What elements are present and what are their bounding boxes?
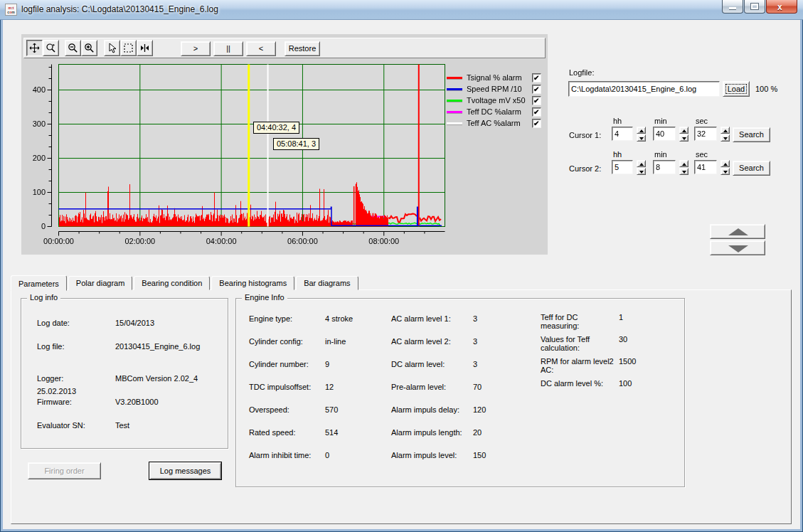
tdc-impulsoffset-row: TDC impulsoffset:12 (249, 383, 353, 405)
cursor1-hh-up-button[interactable] (637, 127, 646, 134)
cursor1-min-up-button[interactable] (679, 127, 688, 134)
cursor1-sec-down-button[interactable] (720, 134, 730, 142)
pan-tool-button[interactable] (26, 40, 43, 56)
cursor2-hh-down-button[interactable] (637, 168, 646, 175)
scroll-up-button[interactable] (710, 224, 765, 239)
ac-alarm-level2-row: AC alarm level 2:3 (391, 337, 486, 360)
tvoltage-color-swatch (447, 100, 462, 102)
cursor2-search-button[interactable]: Search (733, 161, 770, 176)
tab-polar-diagram[interactable]: Polar diagram (68, 276, 132, 290)
cursor1-sec-up-button[interactable] (720, 127, 730, 134)
step-forward-button[interactable]: > (181, 41, 211, 56)
ac-alarm-level1-row: AC alarm level 1:3 (391, 314, 486, 337)
scroll-down-button[interactable] (710, 240, 765, 255)
zoom-in-tool-button[interactable] (81, 40, 97, 56)
check-icon: ✔ (533, 97, 539, 105)
tvoltage-visibility-checkbox[interactable]: ✔ (532, 96, 541, 105)
chart-toolbar: > || < Restore (23, 38, 546, 58)
logfile-path-input[interactable] (568, 81, 720, 97)
maximize-icon (751, 4, 758, 9)
zoom-out-tool-button[interactable] (65, 40, 81, 56)
cursor2-sec-down-button[interactable] (720, 168, 730, 175)
cursor1-min-input[interactable] (653, 127, 676, 141)
minimize-button[interactable] (722, 0, 743, 14)
dc-alarm-level-row: DC alarm level:3 (391, 360, 486, 383)
check-icon: ✔ (533, 74, 539, 82)
alarm-impuls-length-row: Alarm impuls length:20 (391, 428, 486, 451)
down-arrow-icon (639, 171, 644, 174)
zoom-out-icon (68, 43, 78, 53)
teff-ac-visibility-checkbox[interactable]: ✔ (532, 119, 541, 128)
chart-panel: > || < Restore 04:40:32, 4 05:08:41, 3 T… (21, 34, 548, 255)
cursor2-label: Cursor 2: (569, 164, 601, 173)
down-arrow-icon (728, 245, 748, 252)
cursor-pair-tool-button[interactable] (137, 40, 153, 56)
rpm-for-alarm-row: RPM for alarm level2 AC:1500 (541, 357, 669, 374)
logfile-label: Logfile: (569, 68, 594, 77)
teff-dc-visibility-checkbox[interactable]: ✔ (532, 107, 541, 117)
cursor2-hh-input[interactable] (612, 160, 633, 174)
cursor2-min-up-button[interactable] (679, 160, 688, 167)
up-arrow-icon (728, 228, 748, 235)
tsignal-visibility-checkbox[interactable]: ✔ (532, 73, 541, 83)
cursor1-sec-input[interactable] (694, 127, 717, 141)
down-arrow-icon (723, 171, 728, 174)
cursor2-sec-label: sec (696, 150, 708, 159)
tab-bearing-histograms[interactable]: Bearing histograms (211, 276, 294, 290)
app-window: m:tcom logfile analysis: C:\Logdata\2013… (0, 0, 803, 532)
alarm-impuls-delay-row: Alarm impuls delay:120 (391, 405, 486, 428)
cursor2-sec-input[interactable] (694, 160, 717, 174)
cursor1-sec-label: sec (696, 117, 708, 125)
zoom-window-tool-button[interactable] (43, 40, 59, 56)
cylinder-config-row: Cylinder config:in-line (249, 337, 353, 360)
cursor2-sec-up-button[interactable] (720, 160, 730, 167)
tab-bar-diagrams[interactable]: Bar diagrams (296, 276, 358, 290)
cursor2-min-label: min (654, 150, 667, 159)
up-arrow-icon (682, 129, 686, 132)
legend-item-speed: Speed RPM /10 ✔ (447, 84, 546, 95)
cursor1-hh-down-button[interactable] (637, 134, 646, 142)
engine-info-col2: AC alarm level 1:3 AC alarm level 2:3 DC… (391, 314, 486, 474)
cylinder-number-row: Cylinder number:9 (249, 360, 353, 383)
cursor1-min-label: min (654, 117, 667, 125)
down-arrow-icon (723, 137, 728, 140)
maximize-button[interactable] (744, 0, 765, 14)
close-button[interactable]: x (766, 0, 797, 14)
zoom-window-icon (46, 43, 56, 53)
minimize-icon (729, 7, 736, 9)
cursor1-hh-label: hh (613, 117, 622, 125)
pause-button[interactable]: || (213, 41, 243, 56)
cursor-pair-icon (139, 43, 150, 53)
load-progress: 100 % (755, 85, 777, 93)
up-arrow-icon (723, 129, 728, 132)
cursor2-min-input[interactable] (653, 160, 676, 174)
log-date-row: Log date:15/04/2013 (37, 316, 228, 339)
cursor2-value-tooltip: 05:08:41, 3 (273, 138, 319, 150)
tab-parameters[interactable]: Parameters (11, 275, 67, 291)
check-icon: ✔ (533, 85, 539, 93)
step-back-button[interactable]: < (246, 41, 276, 56)
cursor1-value-tooltip: 04:40:32, 4 (253, 122, 299, 134)
cursor1-min-down-button[interactable] (679, 134, 688, 142)
up-arrow-icon (682, 163, 686, 166)
pointer-tool-button[interactable] (104, 40, 120, 56)
check-icon: ✔ (533, 119, 539, 127)
engine-info-group: Engine Info Engine type:4 stroke Cylinde… (235, 298, 685, 487)
cursor1-hh-input[interactable] (612, 127, 633, 141)
log-messages-button[interactable]: Log messages (149, 462, 221, 479)
check-icon: ✔ (533, 108, 539, 116)
signal-chart[interactable] (28, 60, 469, 252)
cursor1-search-button[interactable]: Search (733, 127, 770, 142)
restore-button[interactable]: Restore (284, 41, 320, 56)
speed-visibility-checkbox[interactable]: ✔ (532, 85, 541, 94)
down-arrow-icon (682, 137, 686, 140)
legend-item-tvoltage: Tvoltage mV x50 ✔ (447, 95, 546, 107)
marquee-select-tool-button[interactable] (120, 40, 137, 56)
tab-strip: Parameters Polar diagram Bearing conditi… (11, 275, 360, 290)
cursor2-hh-label: hh (613, 150, 622, 159)
title-bar[interactable]: m:tcom logfile analysis: C:\Logdata\2013… (0, 0, 803, 20)
load-button[interactable]: Load (723, 81, 750, 97)
cursor2-hh-up-button[interactable] (637, 160, 646, 167)
tab-bearing-condition[interactable]: Bearing condition (134, 276, 210, 290)
cursor2-min-down-button[interactable] (679, 168, 688, 175)
